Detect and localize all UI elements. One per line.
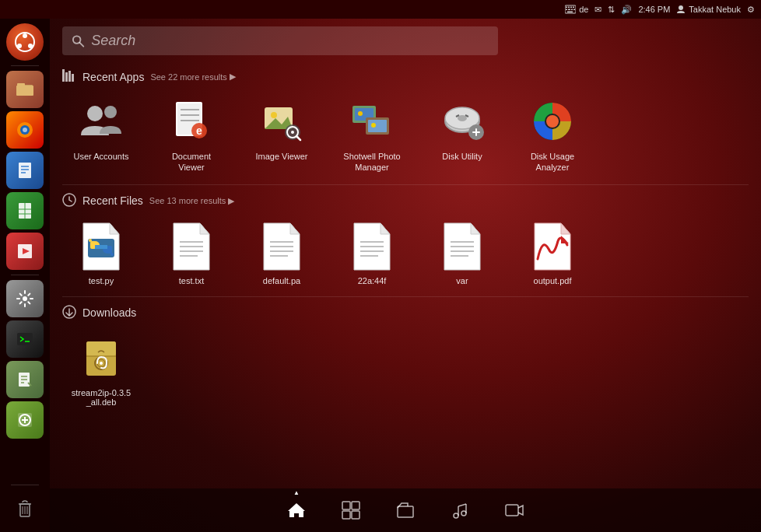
recent-files-section: Recent Files See 13 more results ▶ xyxy=(50,187,761,295)
launcher-impress-icon[interactable] xyxy=(6,233,44,270)
shotwell-icon xyxy=(347,96,397,146)
svg-point-116 xyxy=(100,362,103,365)
svg-rect-88 xyxy=(95,245,107,249)
file-stream2ip[interactable]: stream2ip-0.3.5_all.deb xyxy=(62,331,140,410)
svg-point-14 xyxy=(17,44,22,48)
recent-files-title: Recent Files xyxy=(82,194,143,207)
file-output-pdf[interactable]: output.pdf xyxy=(514,219,591,289)
output-pdf-label: output.pdf xyxy=(534,276,572,285)
recent-apps-title: Recent Apps xyxy=(82,71,144,83)
file-test-py[interactable]: test.py xyxy=(62,219,140,289)
launcher-files-icon[interactable] xyxy=(6,71,44,108)
svg-rect-122 xyxy=(398,506,413,517)
svg-rect-90 xyxy=(107,246,112,254)
svg-rect-9 xyxy=(567,12,573,13)
launcher xyxy=(0,19,50,532)
launcher-writer-icon[interactable] xyxy=(6,152,44,189)
launcher-trash-icon[interactable] xyxy=(6,490,44,527)
file-default-pa[interactable]: default.pa xyxy=(243,219,321,289)
recent-apps-grid: User Accounts e DocumentViewer xyxy=(62,93,749,177)
svg-marker-117 xyxy=(288,503,305,517)
disk-utility-icon xyxy=(437,96,487,146)
svg-rect-4 xyxy=(573,7,574,9)
launcher-install-icon[interactable] xyxy=(6,401,44,439)
svg-rect-118 xyxy=(342,502,350,509)
svg-rect-73 xyxy=(368,120,387,132)
file-var[interactable]: var xyxy=(423,219,501,289)
file-test-txt[interactable]: test.txt xyxy=(153,219,230,289)
launcher-firefox-icon[interactable] xyxy=(6,111,44,149)
dock-video-button[interactable] xyxy=(500,495,529,525)
keyboard-lang: de xyxy=(579,5,588,14)
app-disk-usage[interactable]: Disk UsageAnalyzer xyxy=(514,93,591,177)
recent-apps-see-more[interactable]: See 22 more results ▶ xyxy=(150,72,235,82)
svg-rect-49 xyxy=(62,69,65,82)
bottom-dock xyxy=(50,488,761,532)
recent-files-see-more[interactable]: See 13 more results ▶ xyxy=(149,196,234,206)
svg-rect-5 xyxy=(566,9,567,11)
network-icon[interactable]: ⇅ xyxy=(608,5,615,15)
svg-line-127 xyxy=(458,504,466,506)
default-pa-label: default.pa xyxy=(263,276,300,285)
user-name[interactable]: Takkat Nebuk xyxy=(676,5,741,14)
app-disk-utility[interactable]: Disk Utility xyxy=(423,93,501,177)
app-user-accounts[interactable]: User Accounts xyxy=(62,93,140,177)
svg-rect-8 xyxy=(573,9,575,11)
launcher-ubuntu-button[interactable] xyxy=(6,23,44,61)
dock-files-button[interactable] xyxy=(391,495,420,525)
document-viewer-icon: e xyxy=(167,96,216,146)
svg-rect-119 xyxy=(352,502,359,509)
system-settings-icon[interactable]: ⚙ xyxy=(747,5,755,15)
main-content: Recent Apps See 22 more results ▶ User A… xyxy=(50,19,761,532)
search-input[interactable] xyxy=(91,33,489,49)
test-py-label: test.py xyxy=(89,276,114,285)
svg-rect-2 xyxy=(568,7,570,9)
shotwell-label: Shotwell PhotoManager xyxy=(343,151,400,173)
app-image-viewer[interactable]: Image Viewer xyxy=(243,93,321,177)
volume-icon[interactable]: 🔊 xyxy=(621,5,632,15)
keyboard-indicator[interactable]: de xyxy=(565,5,588,14)
launcher-calc-icon[interactable] xyxy=(6,192,44,229)
var-label: var xyxy=(456,276,468,285)
svg-point-54 xyxy=(104,106,117,118)
svg-point-91 xyxy=(89,239,92,242)
search-wrapper[interactable] xyxy=(62,26,498,55)
document-viewer-label: DocumentViewer xyxy=(172,151,211,173)
launcher-texteditor-icon[interactable] xyxy=(6,361,44,398)
svg-rect-112 xyxy=(86,341,116,355)
svg-point-92 xyxy=(110,253,114,256)
svg-rect-7 xyxy=(571,9,573,11)
dock-home-button[interactable] xyxy=(282,495,311,525)
launcher-settings-icon[interactable] xyxy=(6,280,44,317)
svg-point-68 xyxy=(291,131,294,134)
recent-apps-icon xyxy=(62,69,76,84)
launcher-terminal-icon[interactable] xyxy=(6,320,44,358)
svg-point-63 xyxy=(271,112,277,118)
recent-files-header: Recent Files See 13 more results ▶ xyxy=(62,193,749,209)
file-22a44f[interactable]: 22a:44f xyxy=(333,219,411,289)
dock-music-button[interactable] xyxy=(445,495,475,525)
mail-icon[interactable]: ✉ xyxy=(594,5,601,15)
svg-point-74 xyxy=(371,123,376,128)
search-section xyxy=(50,19,761,63)
dock-apps-button[interactable] xyxy=(336,495,366,525)
app-document-viewer[interactable]: e DocumentViewer xyxy=(153,93,230,177)
user-accounts-label: User Accounts xyxy=(74,151,129,162)
disk-usage-label: Disk UsageAnalyzer xyxy=(531,151,574,173)
downloads-section: Downloads xyxy=(50,299,761,416)
svg-point-124 xyxy=(461,511,466,516)
svg-point-31 xyxy=(23,296,27,301)
recent-files-grid: test.py test.txt xyxy=(62,219,749,289)
image-viewer-label: Image Viewer xyxy=(255,151,307,162)
recent-apps-header: Recent Apps See 22 more results ▶ xyxy=(62,69,749,84)
app-shotwell[interactable]: Shotwell PhotoManager xyxy=(333,93,411,177)
svg-rect-128 xyxy=(506,505,518,516)
launcher-divider-1 xyxy=(11,65,39,66)
svg-point-71 xyxy=(358,111,363,116)
downloads-header: Downloads xyxy=(62,305,749,321)
svg-point-10 xyxy=(679,5,683,10)
stream2ip-icon xyxy=(76,334,126,383)
svg-rect-121 xyxy=(352,511,359,519)
svg-rect-21 xyxy=(19,163,31,178)
user-accounts-icon xyxy=(76,96,126,146)
